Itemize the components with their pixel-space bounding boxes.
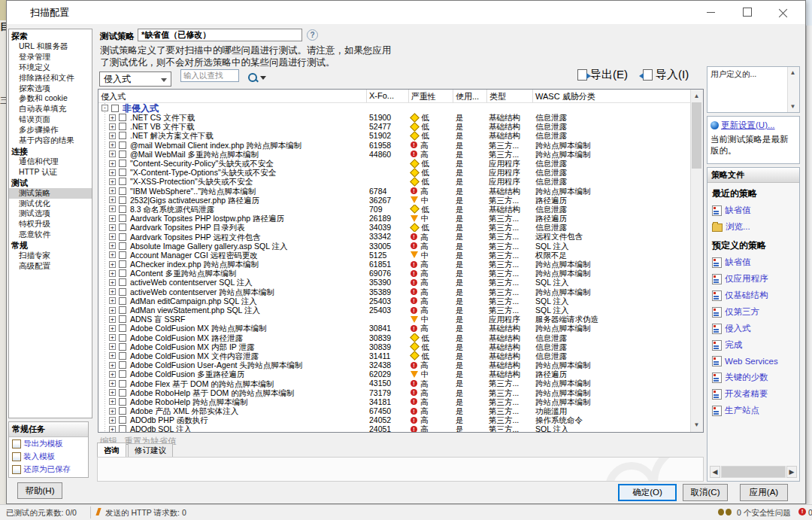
- expand-icon[interactable]: +: [109, 114, 116, 121]
- checkbox[interactable]: [119, 324, 126, 332]
- scrollbar-thumb[interactable]: [692, 102, 701, 169]
- sidebar-item-URL 和服务器[interactable]: URL 和服务器: [9, 41, 92, 52]
- search-input[interactable]: 输入以查找: [180, 69, 239, 82]
- sidebar-item-基于内容的结果[interactable]: 基于内容的结果: [9, 135, 92, 146]
- checkbox[interactable]: [119, 278, 126, 286]
- sidebar-item-登录管理[interactable]: 登录管理: [9, 52, 92, 62]
- checkbox[interactable]: [119, 114, 126, 121]
- close-button[interactable]: [765, 1, 801, 23]
- checkbox[interactable]: [119, 306, 126, 314]
- issue-row[interactable]: +2532|Gigs activateuser.php 路径遍历36267中是第…: [98, 196, 691, 205]
- issue-row[interactable]: +Aardvark Topsites PHP lostpw.php 路径遍历26…: [98, 214, 691, 223]
- expand-icon[interactable]: +: [109, 261, 116, 268]
- checkbox[interactable]: [119, 169, 126, 176]
- scroll-down-icon[interactable]: ▼: [789, 103, 797, 110]
- column-header-4[interactable]: 使用...: [453, 90, 487, 102]
- expand-icon[interactable]: +: [109, 362, 116, 369]
- sidebar-item-通信和代理[interactable]: 通信和代理: [9, 157, 92, 167]
- expand-icon[interactable]: +: [109, 178, 116, 185]
- expand-icon[interactable]: +: [109, 270, 116, 277]
- dialog-titlebar[interactable]: [7, 1, 805, 24]
- issue-row[interactable]: +ADOdb SQL 注入24051!高是第三方...SQL 注入: [98, 424, 691, 433]
- issue-row[interactable]: +"IBM WebSphere".."跨站点脚本编制6784!高是基础结构跨站点…: [98, 187, 691, 196]
- issue-row[interactable]: +AdMan viewStatement.php SQL 注入25403!高是第…: [98, 306, 691, 315]
- scroll-left-icon[interactable]: ◀: [710, 466, 720, 478]
- sidebar-item-错误页面[interactable]: 错误页面: [9, 114, 92, 125]
- sidebar-item-高级配置[interactable]: 高级配置: [9, 261, 92, 272]
- column-header-6[interactable]: WASC 威胁分类: [533, 90, 691, 102]
- expand-icon[interactable]: +: [109, 398, 116, 405]
- sidebar-item-探索选项[interactable]: 探索选项: [9, 84, 92, 94]
- checkbox[interactable]: [119, 380, 126, 388]
- sidebar-item-特权升级[interactable]: 特权升级: [9, 219, 92, 230]
- issue-row[interactable]: +activeWeb contentserver SQL 注入35390!高是第…: [98, 278, 691, 287]
- minimize-button[interactable]: [693, 1, 729, 23]
- checkbox[interactable]: [119, 361, 126, 369]
- expand-icon[interactable]: +: [109, 343, 116, 350]
- expand-icon[interactable]: +: [109, 417, 116, 424]
- issue-row[interactable]: +@Mail WebMail 多重跨站点脚本编制44860!高是第三方...跨站…: [98, 150, 691, 159]
- checkbox[interactable]: [119, 288, 126, 296]
- column-header-3[interactable]: 严重性: [409, 90, 453, 102]
- issue-row[interactable]: +Aardvark Topsites PHP 目录列表34039低是第三方...…: [98, 223, 691, 232]
- checkbox[interactable]: [119, 315, 126, 323]
- issue-row[interactable]: +Adobe ColdFusion 多重路径遍历62029中是基础结构路径遍历: [98, 369, 691, 379]
- expand-icon[interactable]: +: [109, 426, 116, 433]
- issue-row[interactable]: +Adobe ColdFusion MX 跨站点脚本编制30841!高是基础结构…: [98, 324, 691, 333]
- expand-icon[interactable]: +: [109, 251, 116, 258]
- issue-row[interactable]: +@mail Webmail Client index.php 跨站点脚本编制6…: [98, 141, 691, 150]
- sidebar-item-测试选项[interactable]: 测试选项: [9, 208, 92, 219]
- checkbox[interactable]: [119, 187, 126, 195]
- apply-button[interactable]: 应用(A): [740, 484, 788, 501]
- issue-row[interactable]: +Account Manager CGI 远程密码更改5125中是第三方...权…: [98, 251, 691, 260]
- checkbox[interactable]: [119, 425, 126, 433]
- tab-咨询[interactable]: 咨询: [97, 442, 126, 457]
- scroll-down-icon[interactable]: ▼: [692, 421, 701, 428]
- issue-row[interactable]: +ADNS 盲 SSRF中是应用程序服务器端请求伪造: [98, 315, 691, 324]
- expand-icon[interactable]: +: [109, 288, 116, 295]
- issue-row[interactable]: +Adobe ColdFusion MX 路径泄露30839低是基础结构信息泄露: [98, 333, 691, 342]
- expand-icon[interactable]: +: [109, 233, 116, 240]
- collapse-icon[interactable]: -: [102, 105, 108, 111]
- view-filter-dropdown[interactable]: 侵入式: [99, 71, 171, 87]
- expand-icon[interactable]: +: [109, 297, 116, 304]
- predefined-policy-完成[interactable]: 完成: [707, 336, 799, 353]
- checkbox[interactable]: [119, 389, 126, 397]
- column-header-2[interactable]: X-Fo...: [367, 90, 409, 102]
- expand-icon[interactable]: +: [109, 123, 116, 130]
- checkbox[interactable]: [119, 260, 126, 268]
- checkbox[interactable]: [119, 214, 126, 222]
- expand-icon[interactable]: +: [109, 307, 116, 314]
- checkbox[interactable]: [119, 132, 126, 139]
- expand-icon[interactable]: +: [109, 224, 116, 231]
- checkbox[interactable]: [119, 407, 126, 415]
- table-vertical-scrollbar[interactable]: ▲ ▼: [690, 90, 703, 432]
- sidebar-item-恶意软件[interactable]: 恶意软件: [9, 230, 92, 240]
- expand-icon[interactable]: +: [109, 242, 116, 249]
- issue-row[interactable]: +Adobe RoboHelp 跨站点脚本编制34181!高是第三方...跨站点…: [98, 397, 691, 406]
- expand-icon[interactable]: +: [109, 334, 116, 341]
- issue-row[interactable]: +8.3 命名系统源代码泄露709低是基础结构信息泄露: [98, 205, 691, 214]
- checkbox[interactable]: [111, 105, 119, 112]
- predefined-policy-生产站点[interactable]: 生产站点: [707, 402, 799, 418]
- scroll-up-icon[interactable]: ▲: [789, 69, 797, 76]
- checkbox[interactable]: [119, 224, 126, 231]
- task-link-导出为模板[interactable]: 导出为模板: [9, 437, 88, 450]
- expand-icon[interactable]: +: [109, 141, 116, 148]
- checkbox[interactable]: [119, 269, 126, 277]
- checkbox[interactable]: [119, 160, 126, 167]
- checkbox[interactable]: [119, 398, 126, 406]
- issue-row[interactable]: +"X-Content-Type-Options"头缺失或不安全低是应用程序信息…: [98, 168, 691, 177]
- policy-panel-hscrollbar[interactable]: ◀ ▶: [710, 466, 797, 478]
- search-icon[interactable]: [248, 73, 257, 82]
- expand-icon[interactable]: +: [109, 380, 116, 387]
- issue-row[interactable]: +Aardvark Topsites PHP 远程文件包含33342!高是第三方…: [98, 232, 691, 241]
- expand-icon[interactable]: +: [109, 279, 116, 286]
- scrollbar-thumb[interactable]: [721, 466, 786, 478]
- expand-icon[interactable]: +: [109, 215, 116, 222]
- checkbox[interactable]: [119, 233, 126, 241]
- tab-修订建议[interactable]: 修订建议: [128, 443, 173, 457]
- issue-row[interactable]: +.NET CS 文件下载51900低是基础结构信息泄露: [98, 113, 691, 122]
- sidebar-item-多步骤操作[interactable]: 多步骤操作: [9, 125, 92, 135]
- sidebar-item-HTTP 认证[interactable]: HTTP 认证: [9, 167, 92, 178]
